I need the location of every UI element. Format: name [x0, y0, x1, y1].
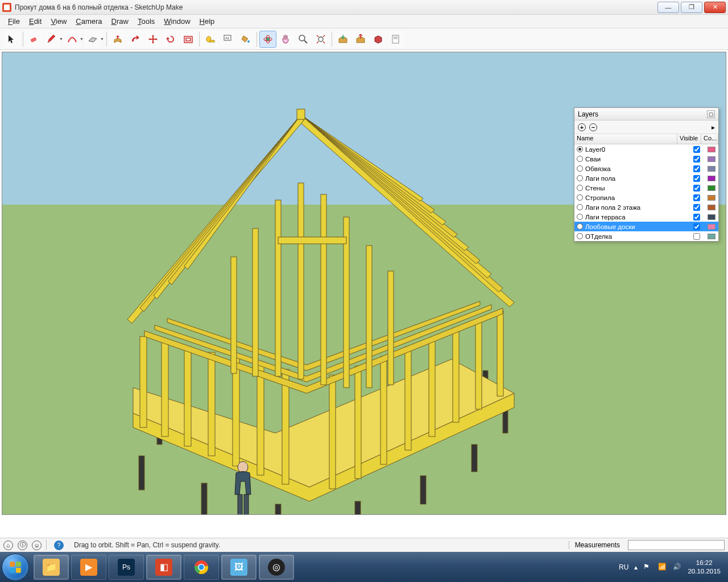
menu-window[interactable]: Window: [159, 16, 195, 27]
layer-visible-checkbox[interactable]: [686, 156, 708, 163]
rotate-tool[interactable]: [162, 31, 179, 48]
add-layer-button[interactable]: +: [578, 123, 586, 131]
layer-active-radio[interactable]: [577, 146, 583, 152]
layer-row[interactable]: Лаги пола 2 этажа: [574, 202, 718, 212]
follow-me-tool[interactable]: [127, 31, 144, 48]
remove-layer-button[interactable]: −: [589, 123, 597, 131]
layer-row[interactable]: Layer0: [574, 144, 718, 154]
column-color[interactable]: Co...: [701, 134, 718, 144]
extension-warehouse-tool[interactable]: [370, 31, 387, 48]
layer-active-radio[interactable]: [577, 194, 583, 201]
layer-visible-checkbox[interactable]: [686, 165, 708, 172]
layer-visible-checkbox[interactable]: [686, 194, 708, 201]
layer-visible-checkbox[interactable]: [686, 204, 708, 211]
layer-row[interactable]: Лаги терраса: [574, 212, 718, 222]
move-tool[interactable]: [144, 31, 162, 48]
3dwarehouse-share-tool[interactable]: [352, 31, 369, 48]
clock[interactable]: 16:22 20.10.2015: [688, 559, 721, 575]
layer-visible-checkbox[interactable]: [686, 175, 708, 182]
layers-panel-titlebar[interactable]: Layers ▢: [574, 108, 718, 120]
minimize-button[interactable]: —: [657, 2, 679, 13]
task-photo-viewer[interactable]: 🖼: [221, 555, 257, 580]
3d-viewport[interactable]: Layers ▢ + − ▸ Name Visible Co... Layer0…: [2, 52, 726, 514]
dropdown-icon[interactable]: ▼: [59, 37, 63, 41]
layer-row[interactable]: Обвязка: [574, 164, 718, 173]
menu-edit[interactable]: Edit: [24, 16, 46, 27]
credits-icon[interactable]: ⓘ: [18, 541, 27, 550]
task-explorer[interactable]: 📁: [34, 555, 69, 580]
send-to-layout-tool[interactable]: [387, 31, 404, 48]
task-obs[interactable]: ◎: [259, 555, 294, 580]
layer-color-swatch[interactable]: [708, 224, 715, 230]
zoom-extents-tool[interactable]: [312, 31, 329, 48]
task-chrome[interactable]: [184, 555, 219, 580]
column-visible[interactable]: Visible: [677, 134, 701, 144]
dropdown-icon[interactable]: ▼: [100, 37, 104, 41]
language-indicator[interactable]: RU: [619, 563, 628, 571]
menu-file[interactable]: File: [3, 16, 24, 27]
layer-active-radio[interactable]: [577, 223, 583, 230]
layer-active-radio[interactable]: [577, 185, 583, 191]
paint-bucket-tool[interactable]: [237, 31, 254, 48]
layer-row[interactable]: Стропила: [574, 193, 718, 202]
help-icon[interactable]: ?: [54, 541, 64, 550]
layer-row[interactable]: ОТделка: [574, 231, 718, 241]
layer-color-swatch[interactable]: [708, 195, 715, 201]
layer-color-swatch[interactable]: [708, 147, 715, 152]
volume-icon[interactable]: 🔊: [673, 563, 682, 572]
menu-draw[interactable]: Draw: [107, 16, 133, 27]
layer-visible-checkbox[interactable]: [686, 233, 708, 240]
layer-row[interactable]: Сваи: [574, 154, 718, 164]
menu-camera[interactable]: Camera: [71, 16, 106, 27]
layer-visible-checkbox[interactable]: [686, 223, 708, 230]
layer-color-swatch[interactable]: [708, 214, 715, 220]
layer-color-swatch[interactable]: [708, 176, 715, 181]
user-icon[interactable]: ☺: [32, 541, 42, 550]
layer-row[interactable]: Лаги пола: [574, 173, 718, 183]
task-photoshop[interactable]: Ps: [109, 555, 144, 580]
layer-active-radio[interactable]: [577, 214, 583, 220]
layer-color-swatch[interactable]: [708, 166, 715, 172]
text-tool[interactable]: A1: [220, 31, 237, 48]
layer-color-swatch[interactable]: [708, 185, 715, 191]
menu-view[interactable]: View: [46, 16, 71, 27]
pencil-tool[interactable]: [43, 31, 60, 48]
push-pull-tool[interactable]: [109, 31, 126, 48]
tape-measure-tool[interactable]: [202, 31, 219, 48]
select-tool[interactable]: [3, 31, 20, 48]
layer-active-radio[interactable]: [577, 165, 583, 172]
layer-visible-checkbox[interactable]: [686, 185, 708, 192]
maximize-button[interactable]: ❐: [681, 2, 702, 13]
column-name[interactable]: Name: [574, 134, 677, 144]
layer-color-swatch[interactable]: [708, 234, 715, 239]
show-hidden-icons[interactable]: ▴: [634, 563, 638, 571]
task-sketchup[interactable]: ◧: [146, 555, 181, 580]
3dwarehouse-get-tool[interactable]: [334, 31, 351, 48]
layer-row[interactable]: Лообовые доски: [574, 222, 718, 231]
menu-tools[interactable]: Tools: [133, 16, 159, 27]
orbit-tool[interactable]: [259, 31, 276, 48]
rectangle-tool[interactable]: [84, 31, 101, 48]
network-icon[interactable]: 📶: [658, 563, 667, 572]
layer-active-radio[interactable]: [577, 156, 583, 162]
start-button[interactable]: [2, 554, 29, 581]
layer-row[interactable]: Стены: [574, 183, 718, 193]
layer-active-radio[interactable]: [577, 175, 583, 181]
offset-tool[interactable]: [180, 31, 197, 48]
zoom-tool[interactable]: [295, 31, 312, 48]
task-media-player[interactable]: ▶: [71, 555, 106, 580]
layer-options-icon[interactable]: ▸: [712, 123, 715, 131]
close-button[interactable]: ✕: [704, 2, 726, 13]
arc-tool[interactable]: [64, 31, 81, 48]
measurements-input[interactable]: [628, 540, 725, 550]
action-center-icon[interactable]: ⚑: [643, 563, 652, 572]
close-icon[interactable]: ▢: [707, 110, 715, 118]
layer-color-swatch[interactable]: [708, 205, 715, 210]
layer-visible-checkbox[interactable]: [686, 214, 708, 221]
geolocation-icon[interactable]: ⌂: [3, 541, 13, 550]
pan-tool[interactable]: [277, 31, 294, 48]
menu-help[interactable]: Help: [195, 16, 220, 27]
layers-panel[interactable]: Layers ▢ + − ▸ Name Visible Co... Layer0…: [574, 107, 719, 242]
layer-active-radio[interactable]: [577, 233, 583, 239]
layer-color-swatch[interactable]: [708, 156, 715, 162]
